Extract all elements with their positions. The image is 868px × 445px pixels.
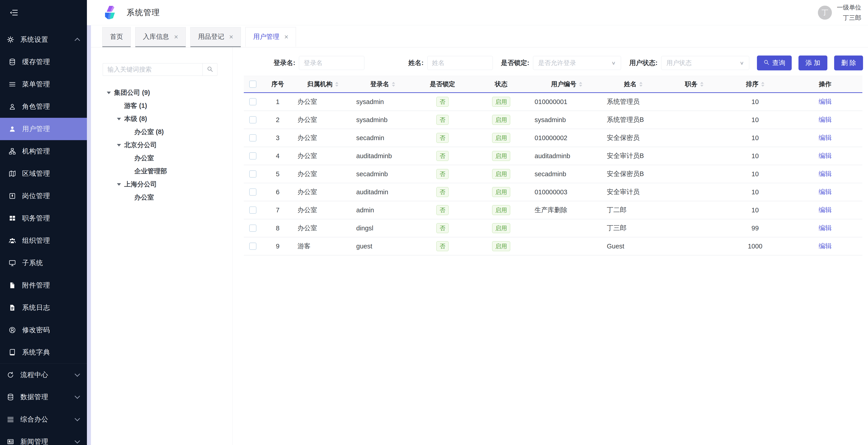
column-header-8[interactable]: 职务: [664, 80, 725, 89]
row-checkbox[interactable]: [249, 206, 256, 214]
chevron-down-icon: [74, 393, 80, 399]
locked-badge: 否: [436, 115, 448, 125]
collapse-menu-icon[interactable]: [8, 8, 19, 17]
sidebar-item-label: 附件管理: [22, 281, 79, 290]
sidebar-item-0-4[interactable]: 机构管理: [0, 140, 87, 162]
edit-link[interactable]: 编辑: [818, 242, 832, 251]
tree-node-3[interactable]: 办公室 (8): [103, 125, 232, 138]
delete-button[interactable]: 删 除: [834, 56, 863, 70]
cell-name: 丁三郎: [603, 224, 664, 233]
tab-0[interactable]: 首页: [102, 27, 131, 47]
edit-link[interactable]: 编辑: [818, 205, 832, 215]
add-button[interactable]: 添 加: [799, 56, 827, 70]
row-checkbox[interactable]: [249, 134, 256, 141]
query-button[interactable]: 查询: [757, 56, 792, 70]
row-checkbox[interactable]: [249, 225, 256, 232]
column-header-9[interactable]: 排序: [725, 80, 785, 89]
user-meta: 一级单位 丁三郎: [837, 3, 861, 22]
sidebar-item-0-13[interactable]: 系统字典: [0, 341, 87, 363]
row-checkbox[interactable]: [249, 116, 256, 123]
tree-search-input[interactable]: [103, 63, 203, 76]
sidebar-item-0-1[interactable]: 菜单管理: [0, 73, 87, 95]
sidebar-item-0-11[interactable]: 系统日志: [0, 296, 87, 319]
column-header-3[interactable]: 登录名: [352, 80, 413, 89]
edit-link[interactable]: 编辑: [818, 169, 832, 179]
row-checkbox[interactable]: [249, 188, 256, 196]
header-user-area[interactable]: 丁 一级单位 丁三郎: [818, 3, 861, 22]
sort-icon[interactable]: [700, 82, 704, 87]
close-icon[interactable]: ×: [174, 33, 178, 40]
cell-org: 办公室: [293, 151, 352, 160]
sidebar-item-0-5[interactable]: 区域管理: [0, 162, 87, 185]
row-checkbox[interactable]: [249, 170, 256, 178]
sort-icon[interactable]: [761, 82, 764, 87]
tree-node-8[interactable]: 办公室: [103, 191, 232, 204]
sidebar-group-3[interactable]: 综合办公: [0, 408, 87, 431]
sidebar-item-0-3[interactable]: 用户管理: [0, 118, 87, 140]
caret-down-icon[interactable]: [117, 144, 121, 147]
tree-node-4[interactable]: 北京分公司: [103, 138, 232, 152]
column-header-0[interactable]: [244, 81, 262, 88]
tree-node-label: 上海分公司: [124, 180, 157, 189]
sidebar-group-4[interactable]: 新闻管理: [0, 431, 87, 445]
cell-login: sysadminb: [352, 116, 413, 124]
sidebar-scrollbar[interactable]: [87, 25, 91, 445]
filter-label: 用户状态:: [629, 58, 658, 67]
filter-cell-0: 登录名:: [244, 56, 372, 70]
caret-down-icon[interactable]: [117, 118, 121, 120]
edit-link[interactable]: 编辑: [818, 115, 832, 124]
caret-down-icon[interactable]: [107, 92, 111, 94]
sidebar-item-0-8[interactable]: 组织管理: [0, 229, 87, 252]
sort-down-icon: [579, 85, 582, 87]
close-icon[interactable]: ×: [284, 33, 288, 40]
user-name: 丁三郎: [843, 14, 861, 22]
edit-link[interactable]: 编辑: [818, 188, 832, 196]
database-icon: [7, 393, 14, 401]
tree-node-0[interactable]: 集团公司 (9): [103, 86, 232, 99]
row-checkbox[interactable]: [249, 152, 256, 160]
tab-1[interactable]: 入库信息×: [135, 27, 186, 47]
edit-link[interactable]: 编辑: [818, 151, 832, 160]
sort-icon[interactable]: [579, 82, 582, 87]
sidebar-item-0-2[interactable]: 角色管理: [0, 95, 87, 118]
column-header-2[interactable]: 归属机构: [293, 80, 352, 89]
avatar[interactable]: 丁: [818, 6, 832, 20]
column-header-7[interactable]: 姓名: [603, 80, 664, 89]
sidebar-item-label: 岗位管理: [22, 191, 79, 201]
name-field[interactable]: [427, 56, 493, 70]
tree-node-7[interactable]: 上海分公司: [103, 178, 232, 191]
sidebar-group-0[interactable]: 系统设置: [0, 28, 87, 51]
sort-icon[interactable]: [335, 82, 338, 87]
locked-select[interactable]: 是否允许登录∨: [533, 56, 621, 70]
sidebar-item-0-7[interactable]: 职务管理: [0, 207, 87, 229]
sidebar-item-0-9[interactable]: 子系统: [0, 252, 87, 274]
login-name-field[interactable]: [299, 56, 364, 70]
tab-3[interactable]: 用户管理×: [245, 27, 296, 47]
row-checkbox[interactable]: [249, 243, 256, 250]
edit-link[interactable]: 编辑: [818, 224, 832, 233]
tree-node-6[interactable]: 企业管理部: [103, 165, 232, 178]
sidebar-group-1[interactable]: 流程中心: [0, 363, 87, 386]
tree-node-5[interactable]: 办公室: [103, 152, 232, 165]
sort-icon[interactable]: [639, 82, 643, 87]
edit-link[interactable]: 编辑: [818, 133, 832, 142]
sidebar-item-0-10[interactable]: 附件管理: [0, 274, 87, 296]
sidebar-group-2[interactable]: 数据管理: [0, 386, 87, 408]
sidebar-item-0-0[interactable]: 缓存管理: [0, 51, 87, 73]
column-header-6[interactable]: 用户编号: [530, 80, 603, 89]
tree-search-button[interactable]: [203, 63, 217, 76]
sidebar-item-0-12[interactable]: 修改密码: [0, 319, 87, 341]
tree-node-1[interactable]: 游客 (1): [103, 99, 232, 113]
sort-icon[interactable]: [392, 82, 395, 87]
tree-node-2[interactable]: 本级 (8): [103, 113, 232, 125]
sidebar-item-0-6[interactable]: 岗位管理: [0, 185, 87, 207]
edit-link[interactable]: 编辑: [818, 97, 832, 106]
row-checkbox[interactable]: [249, 98, 256, 105]
select-all-checkbox[interactable]: [249, 81, 256, 88]
tab-2[interactable]: 用品登记×: [190, 27, 241, 47]
cell-user_no: 生产库删除: [530, 205, 603, 215]
close-icon[interactable]: ×: [229, 33, 233, 40]
user-status-select[interactable]: 用户状态∨: [661, 56, 749, 70]
log-icon: [8, 304, 16, 311]
caret-down-icon[interactable]: [117, 183, 121, 186]
